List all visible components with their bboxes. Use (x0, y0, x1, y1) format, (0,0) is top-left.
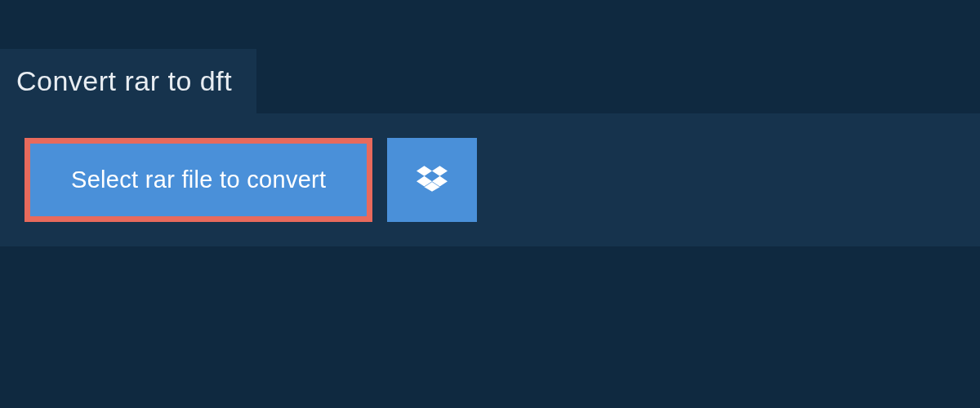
button-row: Select rar file to convert (24, 138, 956, 222)
select-file-label: Select rar file to convert (71, 166, 326, 193)
select-file-button[interactable]: Select rar file to convert (24, 138, 372, 222)
convert-panel: Select rar file to convert (0, 113, 980, 246)
page-title: Convert rar to dft (16, 65, 232, 97)
tab-header: Convert rar to dft (0, 49, 256, 113)
dropbox-icon (416, 163, 448, 197)
dropbox-button[interactable] (387, 138, 477, 222)
